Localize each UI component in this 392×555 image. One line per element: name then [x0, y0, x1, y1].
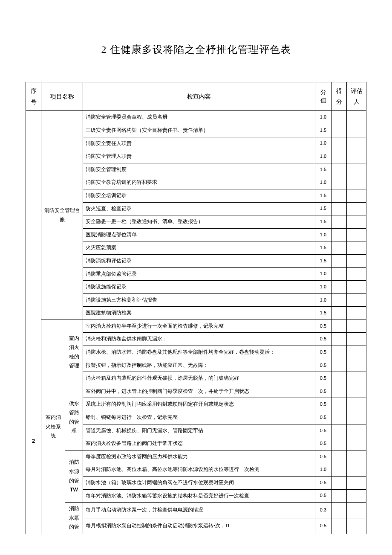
content-cell: 三级安全责任网络构架（安全目标责任书、责任清单）: [83, 124, 315, 137]
evaluator-cell: [347, 124, 366, 137]
evaluator-cell: [347, 307, 366, 320]
content-cell: 报警按钮，指示灯及控制线路，功能应正常、无故障：: [83, 359, 315, 372]
got-cell: [331, 241, 347, 255]
got-cell: [331, 189, 347, 202]
content-cell: 消防安全教育培训的内容和要求: [83, 176, 315, 189]
score-cell: 0.5: [315, 424, 331, 437]
got-cell: [331, 307, 347, 320]
score-cell: 1.5: [315, 124, 331, 137]
table-row: 供水管路的管理室外阀门井中，进水管上的控制阀门每季度检查一次，并处于全开启状态0…: [26, 385, 366, 398]
content-cell: 每季度应检测市政给水管网的压力和供水能力: [83, 450, 315, 463]
content-cell: 消防设施第三方检测和评估报告: [83, 293, 315, 307]
got-cell: [331, 176, 347, 189]
score-cell: 1.5: [315, 163, 331, 176]
got-cell: [331, 320, 347, 333]
got-cell: [331, 111, 347, 124]
category-cell: 消防安全管理台账: [41, 111, 83, 320]
got-cell: [331, 385, 347, 398]
evaluator-cell: [347, 346, 366, 359]
seq-cell: 2: [26, 111, 41, 534]
evaluator-cell: [347, 150, 366, 163]
evaluator-cell: [347, 398, 366, 411]
evaluator-cell: [347, 359, 366, 372]
evaluator-cell: [347, 333, 366, 346]
content-cell: 消防设施维保记录: [83, 281, 315, 294]
evaluator-cell: [347, 320, 366, 333]
evaluator-cell: [347, 215, 366, 229]
content-cell: 消防安全培训记录: [83, 189, 315, 202]
score-cell: 0.5: [315, 411, 331, 424]
evaluator-cell: [347, 137, 366, 150]
score-cell: 0.5: [315, 437, 331, 450]
subcategory-cell: 消防水泵的管: [65, 503, 83, 534]
score-cell: 1.0: [315, 267, 331, 281]
score-cell: 1.0: [315, 228, 331, 241]
got-cell: [331, 437, 347, 450]
subcategory-cell: 消防水源的管TW: [65, 450, 83, 502]
score-cell: 1.5: [315, 202, 331, 215]
content-cell: 防火巡查、检查记录: [83, 202, 315, 215]
score-cell: 1.0: [315, 150, 331, 163]
table-header-row: 序号 项目名称 检查内容 分值 得分 评估人: [26, 82, 366, 111]
evaluator-cell: [347, 503, 366, 518]
content-cell: 安全隐患一患一档（整改通知书、清单、整改报告）: [83, 215, 315, 229]
score-cell: 0.5: [315, 320, 331, 333]
evaluator-cell: [347, 111, 366, 124]
evaluator-cell: [347, 424, 366, 437]
evaluator-cell: [347, 437, 366, 450]
content-cell: 室外阀门井中，进水管上的控制阀门每季度检查一次，并处于全开启状态: [83, 385, 315, 398]
header-score: 分值: [315, 82, 331, 111]
content-cell: 每月对消防水池、高位水箱、高位水池等消防水源设施的水位等进行一次检测: [83, 463, 315, 477]
got-cell: [331, 372, 347, 385]
evaluator-cell: [347, 385, 366, 398]
score-cell: 1.0: [315, 176, 331, 189]
evaluator-cell: [347, 228, 366, 241]
score-cell: 1.0: [315, 137, 331, 150]
got-cell: [331, 150, 347, 163]
got-cell: [331, 254, 347, 267]
got-cell: [331, 202, 347, 215]
got-cell: [331, 346, 347, 359]
score-cell: 0.5: [315, 372, 331, 385]
content-cell: 管道无腐蚀、机械损伤、阳门无漏水、管路固定牢拈: [83, 424, 315, 437]
score-cell: 1.5: [315, 241, 331, 255]
evaluator-cell: [347, 293, 366, 307]
table-row: 室内消火栓系统室内消火栓的管理室内消火栓箱每半年至少进行一次全面的检杳维修，记录…: [26, 320, 366, 333]
header-content: 检查内容: [83, 82, 315, 111]
score-cell: 0.5: [315, 477, 331, 490]
score-cell: 0.5: [315, 489, 331, 503]
evaluator-cell: [347, 489, 366, 503]
evaluator-cell: [347, 267, 366, 281]
score-cell: 1.5: [315, 189, 331, 202]
evaluator-cell: [347, 281, 366, 294]
evaluator-cell: [347, 477, 366, 490]
subcategory-cell: 供水管路的管理: [65, 385, 83, 450]
score-cell: 0.5: [315, 398, 331, 411]
evaluator-cell: [347, 411, 366, 424]
content-cell: 医院建筑物消防档案: [83, 307, 315, 320]
got-cell: [331, 215, 347, 229]
got-cell: [331, 463, 347, 477]
content-cell: 每月手动启动消防水泵一次，并检查供电电源的情况: [83, 503, 315, 518]
evaluator-cell: [347, 163, 366, 176]
header-project: 项目名称: [41, 82, 83, 111]
score-cell: 1.0: [315, 281, 331, 294]
evaluator-cell: [347, 372, 366, 385]
got-cell: [331, 518, 347, 534]
score-cell: 1.5: [315, 254, 331, 267]
score-cell: 0.5: [315, 333, 331, 346]
content-cell: 消防水池（箱）玻璃水位计两端的角阀在不进行水位观察时应关闭: [83, 477, 315, 490]
evaluator-cell: [347, 176, 366, 189]
got-cell: [331, 333, 347, 346]
content-cell: 火灾应急预案: [83, 241, 315, 255]
content-cell: 铅封、锁链每月进行一次检查，记录完整: [83, 411, 315, 424]
content-cell: 室内消火栓设备管路上的阀门处于常开状态: [83, 437, 315, 450]
evaluator-cell: [347, 518, 366, 534]
content-cell: 消火栓和消防卷盘供水闸脚无漏水：: [83, 333, 315, 346]
content-cell: 消火栓箱及箱内装配的部件外观无破损，涂层无脱落，的门玻璃完好: [83, 372, 315, 385]
score-cell: 0.5: [315, 450, 331, 463]
got-cell: [331, 398, 347, 411]
evaluator-cell: [347, 463, 366, 477]
header-evaluator: 评估人: [347, 82, 366, 111]
category-cell: 室内消火栓系统: [41, 320, 65, 534]
